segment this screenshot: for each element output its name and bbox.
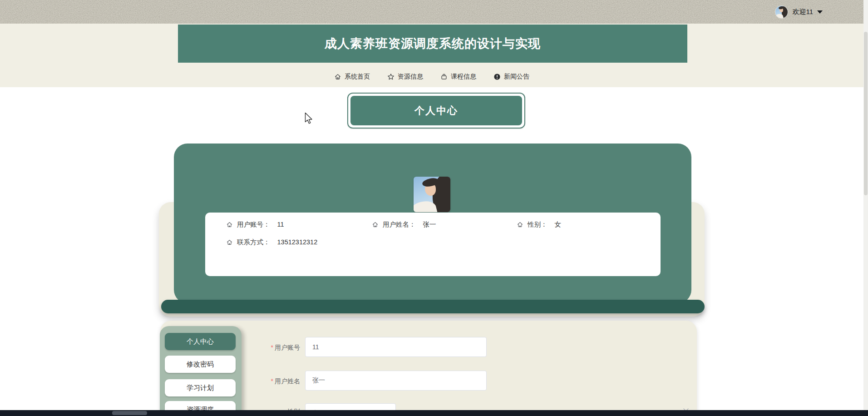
info-label: 联系方式： [237,238,270,247]
nav-item-resources[interactable]: 资源信息 [387,73,423,81]
form-label-text: 用户账号 [275,344,300,351]
welcome-text[interactable]: 欢迎11 [792,8,813,16]
info-field-account: 用户账号： 11 [226,220,284,228]
profile-info-card: 用户账号： 11 用户姓名： 张一 性别： 女 联系方式： 1351231231… [205,213,661,276]
main-nav: 系统首页 资源信息 课程信息 新闻公告 [0,67,863,86]
star-icon [387,73,395,80]
form-label-name: *用户姓名 [247,377,300,385]
mouse-cursor [305,112,314,127]
user-avatar[interactable] [775,5,788,19]
info-value: 张一 [423,220,436,229]
account-input[interactable] [305,337,487,357]
info-label: 用户账号： [237,220,270,229]
page-title: 个人中心 [350,96,522,125]
sidebar-item-study-plan[interactable]: 学习计划 [165,379,236,396]
profile-base-bar [161,300,705,313]
vertical-scrollbar[interactable] [863,0,868,416]
form-label-text: 用户姓名 [275,377,300,385]
horizontal-scrollbar-thumb[interactable] [112,411,147,415]
home-icon [226,239,233,246]
nav-item-label: 系统首页 [345,73,370,81]
profile-photo[interactable] [414,177,450,212]
info-label: 用户姓名： [383,220,416,229]
info-field-gender: 性别： 女 [517,220,561,228]
avatar-photo-art [775,6,788,18]
top-bar: 欢迎11 [0,0,868,24]
site-banner: 成人素养班资源调度系统的设计与实现 [178,25,687,63]
sidebar-item-personal-center[interactable]: 个人中心 [165,333,236,350]
info-field-name: 用户姓名： 张一 [372,220,436,228]
vertical-scrollbar-thumb[interactable] [864,32,868,195]
home-icon [372,221,379,228]
home-icon [226,221,233,228]
sidebar-item-label: 个人中心 [187,337,214,346]
sidebar-item-change-password[interactable]: 修改密码 [165,356,236,373]
sidebar: 个人中心 修改密码 学习计划 资源调度 [160,326,242,416]
noise-texture [0,0,868,24]
caret-down-icon[interactable] [817,10,823,14]
nav-item-courses[interactable]: 课程信息 [440,73,476,81]
info-label: 性别： [528,220,547,229]
nav-item-home[interactable]: 系统首页 [334,73,370,81]
bag-icon [440,73,448,80]
info-value: 女 [555,220,562,229]
nav-item-label: 资源信息 [398,73,423,81]
sidebar-item-label: 学习计划 [187,384,214,392]
required-marker: * [271,344,273,351]
horizontal-scrollbar[interactable] [0,410,868,416]
site-title: 成人素养班资源调度系统的设计与实现 [325,35,541,52]
nav-item-label: 课程信息 [451,73,476,81]
page-title-text: 个人中心 [414,104,458,118]
profile-photo-art [414,177,450,212]
form-label-account: *用户账号 [247,343,300,352]
sidebar-item-label: 修改密码 [187,360,214,369]
info-field-phone: 联系方式： 13512312312 [226,238,317,246]
info-value: 11 [277,221,284,228]
nav-item-label: 新闻公告 [504,73,529,81]
required-marker: * [271,377,273,385]
home-icon [334,73,341,80]
page-title-frame: 个人中心 [347,93,525,129]
alert-icon [493,73,501,80]
user-menu[interactable]: 欢迎11 [775,0,823,24]
home-icon [517,221,523,228]
nav-item-news[interactable]: 新闻公告 [493,73,529,81]
name-input[interactable] [305,371,487,391]
info-value: 13512312312 [277,238,318,246]
